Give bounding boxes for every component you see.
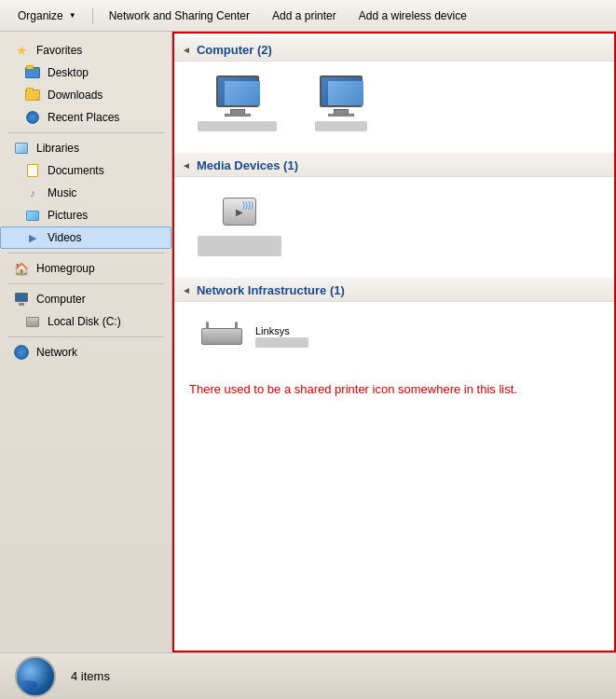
network-infra-section-arrow: ◄ [182, 285, 191, 295]
sidebar-item-music[interactable]: ♪ Music [0, 182, 171, 204]
toolbar: Organize ▼ Network and Sharing Center Ad… [0, 0, 616, 32]
computer-item-2-label: ████████ [315, 120, 368, 131]
network-infra-items-grid: Linksys ████████ [174, 302, 614, 371]
music-icon-box: ♪ [23, 185, 42, 200]
computer-1-monitor [216, 75, 259, 107]
sidebar-item-network[interactable]: Network [0, 341, 171, 363]
videos-label: Videos [48, 231, 81, 244]
computer-section-title: Computer (2) [197, 43, 272, 57]
network-sharing-label: Network and Sharing Center [109, 9, 250, 22]
computer-2-monitor [320, 75, 363, 107]
sidebar-item-recent-places[interactable]: Recent Places [0, 106, 171, 129]
router-label: Linksys ████████ [255, 325, 339, 348]
computer-items-grid: ████████████ ████████ [174, 62, 614, 145]
sidebar-divider-2 [7, 253, 164, 254]
media-section-header: ◄ Media Devices (1) [174, 153, 614, 177]
sidebar: ★ Favorites Desktop ↓ Downloads [0, 32, 172, 652]
add-wireless-button[interactable]: Add a wireless device [349, 6, 477, 26]
sidebar-item-libraries[interactable]: Libraries [0, 137, 171, 159]
media-item-1[interactable]: )))) ████████████ ████ [189, 186, 290, 261]
sidebar-item-downloads[interactable]: ↓ Downloads [0, 84, 171, 106]
add-wireless-label: Add a wireless device [359, 9, 467, 22]
local-disk-icon [26, 317, 39, 327]
media-device-icon: )))) [215, 191, 264, 232]
favorites-section: ★ Favorites Desktop ↓ Downloads [0, 39, 171, 129]
sidebar-divider-3 [7, 283, 164, 284]
local-disk-label: Local Disk (C:) [48, 315, 121, 328]
homegroup-icon-box: 🏠 [12, 261, 31, 276]
main-layout: ★ Favorites Desktop ↓ Downloads [0, 32, 616, 652]
homegroup-section: 🏠 Homegroup [0, 257, 171, 280]
documents-icon-box [23, 163, 42, 178]
recent-places-globe-icon [26, 111, 39, 124]
status-globe-icon [15, 656, 56, 697]
desktop-icon-box [23, 65, 42, 80]
media-item-1-label: ████████████ ████ [198, 236, 281, 256]
network-label: Network [36, 346, 77, 359]
add-printer-button[interactable]: Add a printer [262, 6, 347, 26]
wifi-icon: )))) [242, 200, 253, 210]
computer-1-base [225, 114, 251, 116]
router-item[interactable]: Linksys ████████ [189, 311, 376, 362]
sidebar-item-favorites[interactable]: ★ Favorites [0, 39, 171, 62]
router-box [201, 328, 242, 345]
libraries-icon-box [12, 141, 31, 156]
sidebar-item-pictures[interactable]: Pictures [0, 204, 171, 226]
homegroup-label: Homegroup [36, 262, 95, 275]
libraries-icon [15, 143, 28, 154]
computer-section: Computer Local Disk (C:) [0, 288, 171, 333]
desktop-folder-icon [25, 67, 40, 78]
pictures-icon [26, 211, 39, 221]
organize-button[interactable]: Organize ▼ [7, 6, 87, 26]
router-icon [198, 316, 246, 357]
sidebar-item-documents[interactable]: Documents [0, 159, 171, 182]
router-name: Linksys [255, 325, 290, 336]
sidebar-item-computer[interactable]: Computer [0, 288, 171, 310]
network-sharing-button[interactable]: Network and Sharing Center [99, 6, 260, 26]
sidebar-item-desktop[interactable]: Desktop [0, 62, 171, 84]
sidebar-item-videos[interactable]: ▶ Videos [0, 226, 171, 249]
downloads-icon-box: ↓ [23, 88, 42, 103]
sidebar-divider-4 [7, 336, 164, 337]
computer-item-1-label: ████████████ [198, 120, 277, 131]
network-infra-content-section: ◄ Network Infrastructure (1) Linksys ███… [174, 274, 614, 412]
computer-item-2[interactable]: ████████ [304, 71, 378, 136]
sidebar-item-local-disk[interactable]: Local Disk (C:) [0, 310, 171, 333]
status-items-count: 4 items [71, 669, 110, 683]
computer-sidebar-icon [13, 293, 30, 306]
organize-label: Organize [18, 9, 63, 22]
computer-section-header: ◄ Computer (2) [174, 37, 614, 62]
libraries-section: Libraries Documents ♪ Music Pictures [0, 137, 171, 249]
media-section-arrow: ◄ [182, 160, 191, 171]
media-items-grid: )))) ████████████ ████ [174, 177, 614, 270]
computer-section-arrow: ◄ [182, 45, 191, 55]
computer-item-1[interactable]: ████████████ [189, 71, 285, 136]
network-section: Network [0, 341, 171, 363]
organize-dropdown-arrow: ▼ [69, 11, 76, 20]
homegroup-icon: 🏠 [14, 262, 29, 276]
computer-2-icon [317, 75, 365, 116]
recent-places-label: Recent Places [48, 111, 119, 124]
pictures-icon-box [23, 208, 42, 223]
sidebar-item-homegroup[interactable]: 🏠 Homegroup [0, 257, 171, 280]
computer-label: Computer [36, 293, 86, 306]
music-label: Music [48, 186, 76, 199]
documents-icon [27, 164, 38, 177]
desktop-label: Desktop [48, 66, 89, 79]
computer-1-screen [225, 81, 260, 105]
music-icon: ♪ [30, 187, 35, 199]
media-content-section: ◄ Media Devices (1) )))) ████████████ ██… [174, 149, 614, 274]
content-area: ◄ Computer (2) ████████████ [172, 32, 616, 652]
add-printer-label: Add a printer [272, 9, 336, 22]
recent-places-icon-box [23, 110, 42, 125]
favorites-icon-box: ★ [12, 43, 31, 58]
network-sidebar-icon-box [12, 345, 31, 360]
sidebar-divider-1 [7, 132, 164, 133]
pictures-label: Pictures [48, 209, 88, 222]
status-bar: 4 items [0, 652, 616, 699]
libraries-label: Libraries [36, 142, 79, 155]
downloads-folder-icon: ↓ [25, 89, 40, 101]
network-infra-section-header: ◄ Network Infrastructure (1) [174, 278, 614, 302]
documents-label: Documents [48, 164, 104, 177]
computer-content-section: ◄ Computer (2) ████████████ [174, 34, 614, 149]
